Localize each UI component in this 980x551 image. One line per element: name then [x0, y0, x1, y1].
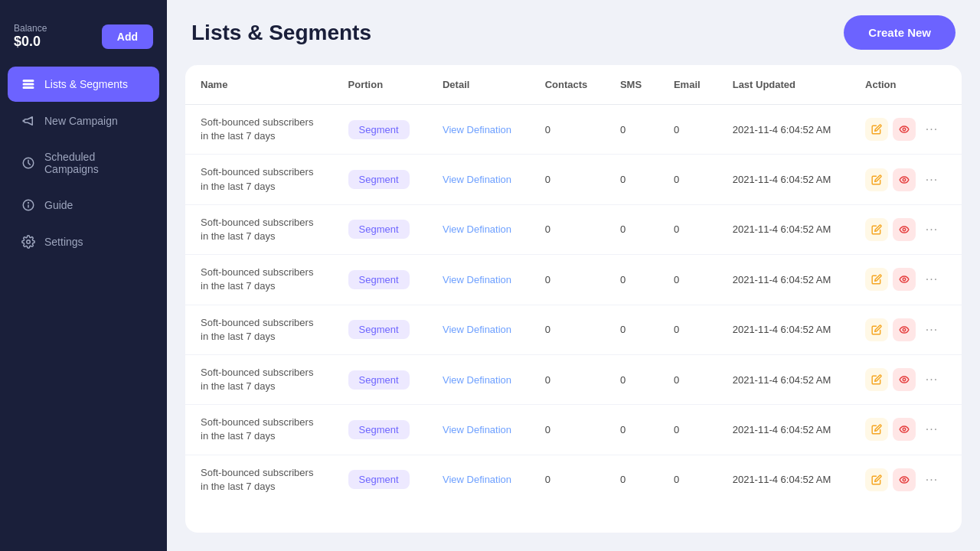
pencil-icon	[871, 424, 882, 435]
view-definition-link[interactable]: View Defination	[443, 374, 511, 386]
row-contacts: 0	[530, 455, 605, 504]
delete-button[interactable]	[893, 168, 916, 191]
row-sms: 0	[605, 155, 658, 204]
col-last-updated: Last Updated	[717, 65, 850, 105]
view-definition-link[interactable]: View Defination	[443, 474, 511, 485]
edit-button[interactable]	[865, 368, 888, 391]
more-options-button[interactable]: ···	[920, 468, 943, 491]
svg-point-11	[903, 279, 906, 282]
edit-button[interactable]	[865, 168, 888, 191]
row-name: Soft-bounced subscribersin the last 7 da…	[201, 266, 318, 293]
more-options-button[interactable]: ···	[920, 268, 943, 291]
row-email: 0	[658, 354, 717, 404]
row-sms: 0	[605, 455, 658, 504]
delete-button[interactable]	[893, 468, 916, 491]
view-definition-link[interactable]: View Defination	[443, 174, 511, 185]
table-row: Soft-bounced subscribersin the last 7 da…	[185, 354, 962, 404]
more-options-button[interactable]: ···	[920, 318, 943, 341]
row-actions: ···	[850, 455, 962, 504]
main-content: Lists & Segments Create New Name Portion…	[167, 0, 980, 551]
segment-badge: Segment	[348, 270, 410, 289]
delete-button[interactable]	[893, 418, 916, 441]
segments-table: Name Portion Detail Contacts SMS Email L…	[185, 65, 962, 504]
col-contacts: Contacts	[530, 65, 605, 105]
create-new-button[interactable]: Create New	[844, 15, 956, 50]
row-last-updated: 2021-11-4 6:04:52 AM	[717, 455, 850, 504]
segment-badge: Segment	[348, 370, 410, 390]
row-name: Soft-bounced subscribersin the last 7 da…	[201, 316, 318, 344]
row-portion: Segment	[333, 255, 427, 305]
row-detail: View Defination	[427, 455, 530, 504]
svg-rect-2	[23, 87, 34, 89]
svg-point-13	[903, 378, 906, 381]
sidebar-item-lists-segments[interactable]: Lists & Segments	[8, 67, 159, 102]
eye-slash-icon	[899, 424, 910, 435]
more-options-button[interactable]: ···	[920, 118, 943, 141]
sidebar: Balance $0.0 Add Lists & Segments New Ca…	[0, 0, 167, 551]
view-definition-link[interactable]: View Defination	[443, 223, 511, 235]
table-row: Soft-bounced subscribersin the last 7 da…	[185, 255, 962, 305]
sidebar-item-new-campaign[interactable]: New Campaign	[8, 103, 159, 139]
svg-point-12	[903, 328, 906, 331]
edit-button[interactable]	[865, 268, 888, 291]
sidebar-item-label: Guide	[44, 199, 73, 211]
page-header: Lists & Segments Create New	[167, 0, 980, 65]
view-definition-link[interactable]: View Defination	[443, 324, 511, 335]
view-definition-link[interactable]: View Defination	[443, 424, 511, 435]
row-name: Soft-bounced subscribersin the last 7 da…	[201, 116, 318, 143]
list-icon	[21, 77, 35, 91]
balance-info: Balance $0.0	[14, 23, 47, 50]
col-detail: Detail	[427, 65, 530, 105]
table-row: Soft-bounced subscribersin the last 7 da…	[185, 455, 962, 504]
segment-badge: Segment	[348, 320, 410, 339]
sidebar-item-scheduled-campaigns[interactable]: Scheduled Campaigns	[8, 140, 159, 186]
segment-badge: Segment	[348, 220, 410, 239]
row-contacts: 0	[530, 105, 605, 155]
edit-button[interactable]	[865, 318, 888, 341]
sidebar-item-label: New Campaign	[44, 115, 118, 127]
more-options-button[interactable]: ···	[920, 368, 943, 391]
segment-badge: Segment	[348, 120, 410, 139]
row-detail: View Defination	[427, 105, 530, 155]
edit-button[interactable]	[865, 418, 888, 441]
sidebar-item-guide[interactable]: Guide	[8, 187, 159, 223]
add-balance-button[interactable]: Add	[102, 24, 153, 49]
edit-button[interactable]	[865, 218, 888, 241]
row-detail: View Defination	[427, 354, 530, 404]
balance-section: Balance $0.0 Add	[0, 15, 167, 65]
row-sms: 0	[605, 405, 658, 455]
delete-button[interactable]	[893, 268, 916, 291]
delete-button[interactable]	[893, 118, 916, 141]
col-portion: Portion	[333, 65, 427, 105]
row-contacts: 0	[530, 204, 605, 254]
row-email: 0	[658, 455, 717, 504]
edit-button[interactable]	[865, 118, 888, 141]
view-definition-link[interactable]: View Defination	[443, 124, 511, 135]
eye-slash-icon	[899, 324, 910, 335]
page-title: Lists & Segments	[191, 21, 371, 45]
table-container: Name Portion Detail Contacts SMS Email L…	[185, 65, 962, 533]
svg-point-14	[903, 429, 906, 432]
svg-point-10	[903, 228, 906, 231]
more-options-button[interactable]: ···	[920, 218, 943, 241]
info-icon	[21, 198, 35, 212]
row-detail: View Defination	[427, 155, 530, 204]
row-portion: Segment	[333, 354, 427, 404]
table-row: Soft-bounced subscribersin the last 7 da…	[185, 405, 962, 455]
eye-slash-icon	[899, 174, 910, 185]
row-portion: Segment	[333, 305, 427, 354]
more-options-button[interactable]: ···	[920, 418, 943, 441]
delete-button[interactable]	[893, 368, 916, 391]
delete-button[interactable]	[893, 318, 916, 341]
delete-button[interactable]	[893, 218, 916, 241]
view-definition-link[interactable]: View Defination	[443, 274, 511, 285]
row-actions: ···	[850, 255, 962, 305]
sidebar-item-settings[interactable]: Settings	[8, 224, 159, 259]
edit-button[interactable]	[865, 468, 888, 491]
svg-point-15	[903, 478, 906, 481]
more-options-button[interactable]: ···	[920, 168, 943, 191]
table-row: Soft-bounced subscribersin the last 7 da…	[185, 204, 962, 254]
row-contacts: 0	[530, 155, 605, 204]
col-action: Action	[850, 65, 962, 105]
table-row: Soft-bounced subscribersin the last 7 da…	[185, 305, 962, 354]
